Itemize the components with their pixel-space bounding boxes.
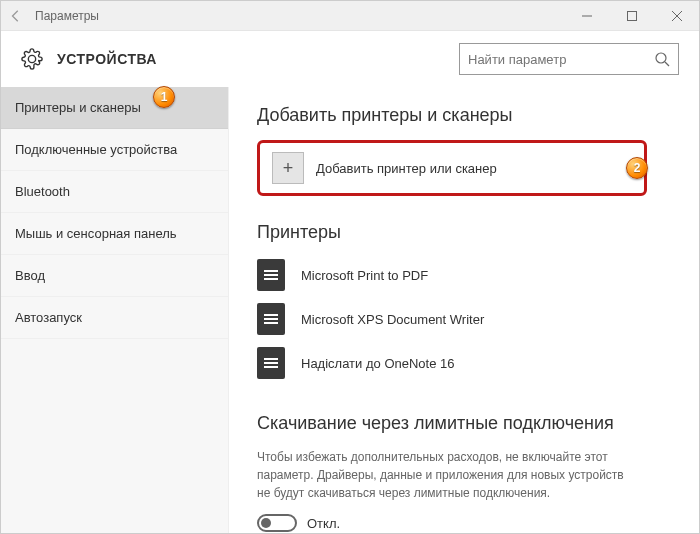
header-left: УСТРОЙСТВА	[21, 48, 459, 70]
printer-icon	[257, 303, 285, 335]
search-box[interactable]	[459, 43, 679, 75]
search-input[interactable]	[468, 52, 650, 67]
toggle-thumb	[261, 518, 271, 528]
sidebar-item-printers[interactable]: Принтеры и сканеры 1	[1, 87, 228, 129]
minimize-button[interactable]	[564, 1, 609, 31]
titlebar: Параметры	[1, 1, 699, 31]
sidebar-item-typing[interactable]: Ввод	[1, 255, 228, 297]
window-controls	[564, 1, 699, 31]
page-title: УСТРОЙСТВА	[57, 51, 157, 67]
sidebar-item-label: Ввод	[15, 268, 45, 283]
printer-label: Microsoft Print to PDF	[301, 268, 428, 283]
maximize-button[interactable]	[609, 1, 654, 31]
close-icon	[672, 11, 682, 21]
sidebar-item-label: Автозапуск	[15, 310, 82, 325]
printer-item[interactable]: Microsoft Print to PDF	[257, 253, 671, 297]
toggle-state-label: Откл.	[307, 516, 340, 531]
sidebar-item-autoplay[interactable]: Автозапуск	[1, 297, 228, 339]
sidebar-item-label: Мышь и сенсорная панель	[15, 226, 177, 241]
printers-heading: Принтеры	[257, 222, 671, 243]
printer-label: Microsoft XPS Document Writer	[301, 312, 484, 327]
sidebar-item-connected-devices[interactable]: Подключенные устройства	[1, 129, 228, 171]
plus-icon: +	[272, 152, 304, 184]
printer-icon	[257, 259, 285, 291]
metered-toggle: Откл.	[257, 514, 671, 532]
metered-heading: Скачивание через лимитные подключения	[257, 413, 671, 434]
printer-item[interactable]: Microsoft XPS Document Writer	[257, 297, 671, 341]
sidebar-item-mouse[interactable]: Мышь и сенсорная панель	[1, 213, 228, 255]
svg-point-1	[656, 53, 666, 63]
body: Принтеры и сканеры 1 Подключенные устрой…	[1, 87, 699, 533]
sidebar: Принтеры и сканеры 1 Подключенные устрой…	[1, 87, 229, 533]
printer-item[interactable]: Надіслати до OneNote 16	[257, 341, 671, 385]
add-printers-heading: Добавить принтеры и сканеры	[257, 105, 671, 126]
sidebar-item-label: Принтеры и сканеры	[15, 100, 141, 115]
svg-rect-0	[627, 11, 636, 20]
header: УСТРОЙСТВА	[1, 31, 699, 87]
sidebar-item-bluetooth[interactable]: Bluetooth	[1, 171, 228, 213]
close-button[interactable]	[654, 1, 699, 31]
minimize-icon	[582, 11, 592, 21]
sidebar-item-label: Подключенные устройства	[15, 142, 177, 157]
printer-label: Надіслати до OneNote 16	[301, 356, 454, 371]
search-icon	[654, 51, 670, 67]
add-printer-label: Добавить принтер или сканер	[316, 161, 497, 176]
arrow-left-icon	[9, 9, 23, 23]
annotation-badge-1: 1	[153, 86, 175, 108]
sidebar-item-label: Bluetooth	[15, 184, 70, 199]
add-printer-button[interactable]: + Добавить принтер или сканер 2	[257, 140, 647, 196]
metered-description: Чтобы избежать дополнительных расходов, …	[257, 448, 637, 502]
back-button[interactable]	[1, 1, 31, 31]
annotation-badge-2: 2	[626, 157, 648, 179]
main-content: Добавить принтеры и сканеры + Добавить п…	[229, 87, 699, 533]
printer-icon	[257, 347, 285, 379]
gear-icon	[21, 48, 43, 70]
printers-list: Microsoft Print to PDF Microsoft XPS Doc…	[257, 253, 671, 385]
maximize-icon	[627, 11, 637, 21]
window-title: Параметры	[31, 9, 564, 23]
toggle-switch[interactable]	[257, 514, 297, 532]
